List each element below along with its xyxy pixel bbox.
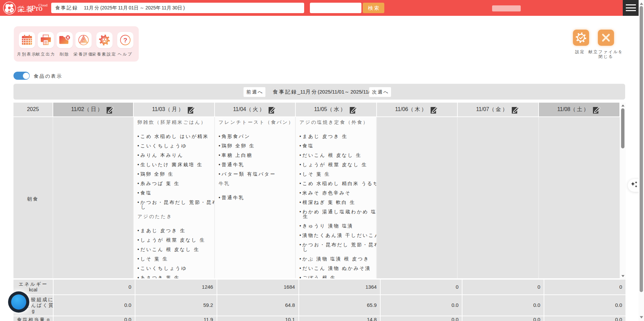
svg-text:?: ? bbox=[123, 37, 127, 44]
